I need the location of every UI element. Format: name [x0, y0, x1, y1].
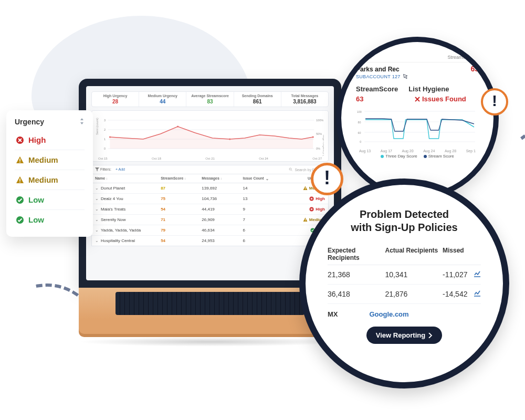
urgency-row[interactable]: High: [15, 130, 85, 150]
cursor-icon: [403, 74, 409, 80]
chart-legend: Three Day Score Stream Score: [356, 154, 479, 159]
svg-line-25: [291, 170, 292, 171]
svg-rect-31: [305, 220, 306, 221]
table-row[interactable]: ⌄Serenity Now7126,9097 Medium: [92, 214, 328, 225]
svg-rect-26: [305, 187, 306, 188]
svg-text:3: 3: [104, 119, 106, 122]
svg-text:0%: 0%: [316, 147, 320, 150]
svg-point-21: [177, 125, 178, 127]
metric-sending-domains[interactable]: Sending Domains 861: [234, 92, 281, 107]
trend-chart-icon[interactable]: [471, 270, 481, 279]
recipients-table-header: Expected RecipientsActual RecipientsMiss…: [328, 244, 481, 265]
expand-chevron-icon[interactable]: ⌄: [95, 217, 99, 222]
metric-total-messages[interactable]: Total Messages 3,816,883: [281, 92, 328, 107]
streamscore-value: 63: [470, 62, 479, 73]
alert-badge-icon: !: [311, 163, 343, 195]
trend-chart-icon[interactable]: [471, 290, 481, 298]
col-issue-count[interactable]: Issue Count: [243, 176, 284, 180]
urgency-icon: [16, 176, 24, 184]
metric-avg-streamscore[interactable]: Average Streamscore 83: [186, 92, 234, 107]
svg-text:60: 60: [358, 131, 361, 134]
problem-title: Problem Detectedwith Sign-Up Policies: [328, 208, 481, 234]
urgency-row[interactable]: Medium: [15, 150, 85, 170]
streamscore-trend-chart: 10080 600: [356, 106, 479, 148]
tab-list-hygiene[interactable]: List Hygiene: [408, 85, 449, 93]
svg-rect-30: [305, 218, 306, 220]
urgency-legend-title: Urgency: [15, 118, 44, 126]
metric-bar: High Urgency 28 Medium Urgency 44 Averag…: [91, 91, 329, 107]
table-row[interactable]: ⌄Donut Planet87139,69214 Medium: [92, 183, 328, 193]
expand-chevron-icon[interactable]: ⌄: [95, 186, 99, 191]
expand-chevron-icon[interactable]: ⌄: [95, 238, 99, 243]
col-messages[interactable]: Messages↕: [202, 176, 243, 180]
urgency-icon: [16, 156, 24, 164]
svg-point-23: [312, 136, 314, 138]
svg-point-22: [229, 138, 230, 140]
svg-text:0: 0: [104, 147, 106, 150]
recipients-row: 36,41821,876-14,542: [328, 285, 481, 304]
issues-found-label: Issues Found: [415, 95, 466, 103]
view-reporting-button[interactable]: View Reporting: [366, 327, 442, 344]
urgency-icon: [16, 196, 24, 204]
svg-text:100: 100: [357, 110, 362, 113]
col-name[interactable]: Name: [356, 55, 369, 60]
filter-bar: Filters: + Add Search by Domain: [91, 165, 329, 174]
svg-rect-4: [19, 182, 20, 183]
tab-streamscore[interactable]: StreamScore: [356, 85, 398, 93]
svg-text:0: 0: [360, 140, 361, 143]
svg-rect-2: [19, 162, 20, 163]
table-row[interactable]: ⌄Hospitality Central5424,9536 High: [92, 235, 328, 246]
svg-text:80: 80: [358, 121, 361, 124]
recipients-row: 21,36810,341-11,027: [328, 265, 481, 285]
svg-text:2: 2: [104, 128, 106, 131]
add-filter-button[interactable]: + Add: [116, 167, 125, 171]
mx-link[interactable]: Google.com: [370, 310, 409, 318]
main-chart-xaxis: Oct 15Oct 18 Oct 21Oct 24 Oct 27: [96, 156, 324, 160]
detail-popout-problem: Problem Detectedwith Sign-Up Policies Ex…: [299, 178, 509, 388]
urgency-row[interactable]: Medium: [15, 170, 85, 190]
table-row[interactable]: ⌄Maia's Treats5444,4199 High: [92, 204, 328, 214]
account-name[interactable]: Parks and Rec: [356, 66, 409, 73]
mx-record-row: MX Google.com: [328, 304, 481, 318]
laptop-base: [79, 319, 341, 334]
svg-text:1: 1: [104, 138, 106, 141]
col-name[interactable]: Name↕: [95, 176, 161, 180]
svg-point-24: [289, 168, 291, 170]
expand-chevron-icon[interactable]: ⌄: [95, 228, 99, 233]
svg-text:Sent (count): Sent (count): [96, 118, 99, 135]
chevron-right-icon: [428, 333, 433, 338]
svg-rect-1: [19, 159, 20, 161]
sort-icon[interactable]: [79, 118, 85, 125]
urgency-icon: [16, 216, 24, 224]
streamscore-value: 63: [356, 95, 404, 103]
svg-text:50%: 50%: [316, 132, 322, 135]
table-row[interactable]: ⌄Dealz 4 You75104,73613 High: [92, 193, 328, 204]
expand-chevron-icon[interactable]: ⌄: [95, 196, 99, 201]
metric-medium-urgency[interactable]: Medium Urgency 44: [139, 92, 186, 107]
col-streamscore[interactable]: StreamScore↕: [161, 176, 202, 180]
table-body: ⌄Donut Planet87139,69214 Medium⌄Dealz 4 …: [91, 183, 329, 246]
urgency-icon: [16, 136, 24, 144]
table-row[interactable]: ⌄Yadda, Yadda, Yadda7946,6346 Low: [92, 225, 328, 235]
main-line-chart: Sent (count) 32 10 100%50%0% High Urgenc…: [91, 110, 329, 162]
svg-text:High Urgency (percent): High Urgency (percent): [322, 135, 324, 156]
svg-rect-3: [19, 178, 20, 181]
filters-label: Filters:: [100, 167, 111, 171]
metric-high-urgency[interactable]: High Urgency 28: [92, 92, 139, 107]
urgency-legend-card: Urgency HighMediumMediumLowLow: [6, 110, 93, 237]
expand-chevron-icon[interactable]: ⌄: [95, 207, 99, 212]
detail-popout-streamscore: Name ↕ StreamScore ↕ Parks and Rec SUBAC…: [336, 37, 499, 200]
svg-text:100%: 100%: [316, 119, 323, 122]
svg-rect-27: [305, 189, 306, 190]
table-header: Name↕ StreamScore↕ Messages↕ Issue Count…: [91, 174, 329, 183]
dashboard-screen: High Urgency 28 Medium Urgency 44 Averag…: [86, 86, 334, 280]
urgency-row[interactable]: Low: [15, 190, 85, 209]
subaccount-label[interactable]: SUBACCOUNT 127: [356, 74, 409, 80]
alert-badge-icon: !: [481, 88, 508, 116]
urgency-row[interactable]: Low: [15, 209, 85, 229]
svg-point-20: [109, 136, 111, 138]
